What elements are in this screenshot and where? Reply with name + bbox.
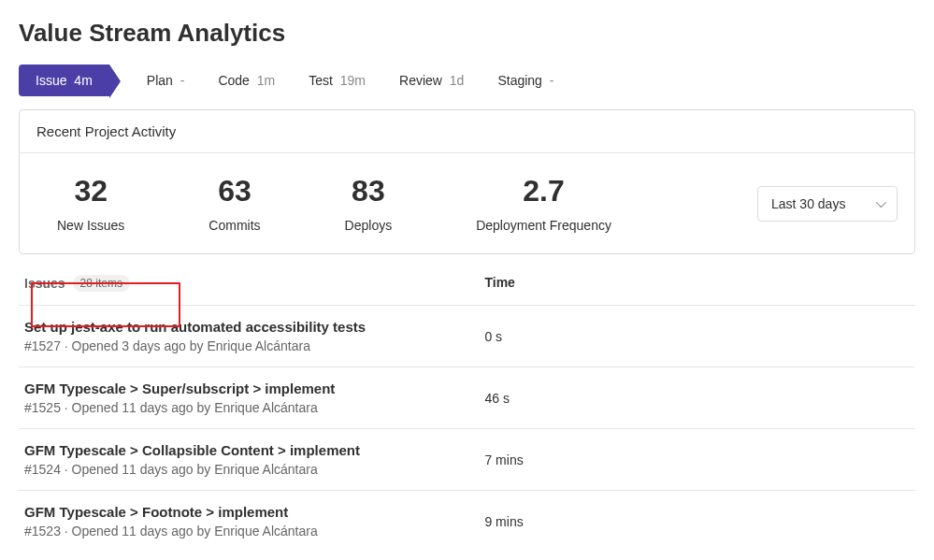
issue-title: GFM Typescale > Super/subscript > implem…: [24, 381, 484, 396]
tab-code[interactable]: Code 1m: [201, 65, 292, 96]
issue-title: Set up jest-axe to run automated accessi…: [24, 319, 484, 335]
metric-label: New Issues: [57, 218, 124, 233]
issue-title: GFM Typescale > Footnote > implement: [24, 504, 484, 520]
metric-value: 83: [345, 174, 393, 208]
metric-commits: 63 Commits: [208, 174, 260, 233]
tab-duration: 1m: [257, 73, 275, 88]
tab-label: Staging: [497, 73, 541, 88]
metric-deployment-frequency: 2.7 Deployment Frequency: [476, 174, 611, 233]
time-column-header: Time: [484, 275, 910, 292]
panel-header: Recent Project Activity: [20, 110, 914, 153]
list-item[interactable]: GFM Typescale > Super/subscript > implem…: [19, 366, 915, 428]
list-count-badge: 28 items: [73, 275, 130, 292]
list-item[interactable]: GFM Typescale > Footnote > implement #15…: [19, 490, 915, 552]
metric-value: 32: [57, 174, 124, 208]
issue-time: 46 s: [484, 381, 910, 415]
list-title: Issues: [24, 276, 65, 291]
date-range-label: Last 30 days: [771, 196, 845, 211]
issue-meta: #1523 · Opened 11 days ago by Enrique Al…: [24, 524, 484, 538]
list-header: Issues 28 items Time: [19, 254, 915, 305]
tab-test[interactable]: Test 19m: [292, 65, 382, 96]
page-title: Value Stream Analytics: [19, 19, 915, 48]
stage-tabs: Issue 4m Plan - Code 1m Test 19m Review …: [19, 65, 915, 96]
tab-label: Issue: [36, 73, 66, 88]
metric-deploys: 83 Deploys: [345, 174, 393, 233]
tab-label: Plan: [147, 73, 173, 88]
chevron-down-icon: [876, 196, 886, 207]
tab-label: Test: [309, 73, 333, 88]
tab-duration: -: [550, 73, 554, 88]
metric-new-issues: 32 New Issues: [57, 174, 124, 233]
issue-time: 0 s: [484, 319, 910, 353]
tab-plan[interactable]: Plan -: [130, 65, 202, 96]
issue-time: 7 mins: [484, 442, 910, 477]
tab-duration: 19m: [340, 73, 366, 88]
tab-duration: 4m: [74, 73, 92, 88]
issue-list: Set up jest-axe to run automated accessi…: [19, 305, 915, 552]
date-range-dropdown[interactable]: Last 30 days: [757, 186, 898, 222]
list-item[interactable]: Set up jest-axe to run automated accessi…: [19, 305, 915, 366]
activity-panel: Recent Project Activity 32 New Issues 63…: [19, 109, 915, 254]
metric-value: 63: [208, 174, 260, 208]
issue-title: GFM Typescale > Collapsible Content > im…: [24, 442, 484, 458]
metric-label: Deploys: [345, 218, 393, 233]
list-item[interactable]: GFM Typescale > Collapsible Content > im…: [19, 428, 915, 490]
issue-time: 9 mins: [484, 504, 910, 538]
issue-meta: #1527 · Opened 3 days ago by Enrique Alc…: [24, 338, 484, 353]
metric-value: 2.7: [476, 174, 611, 208]
metric-label: Commits: [208, 218, 260, 233]
issue-meta: #1524 · Opened 11 days ago by Enrique Al…: [24, 462, 484, 477]
tab-label: Code: [218, 73, 249, 88]
tab-review[interactable]: Review 1d: [382, 65, 481, 96]
issue-meta: #1525 · Opened 11 days ago by Enrique Al…: [24, 400, 484, 415]
tab-issue[interactable]: Issue 4m: [19, 65, 109, 96]
metrics-row: 32 New Issues 63 Commits 83 Deploys 2.7 …: [20, 153, 914, 253]
tab-duration: 1d: [450, 73, 465, 88]
tab-label: Review: [399, 73, 442, 88]
tab-staging[interactable]: Staging -: [481, 65, 570, 96]
metric-label: Deployment Frequency: [476, 218, 611, 233]
tab-duration: -: [180, 73, 185, 88]
